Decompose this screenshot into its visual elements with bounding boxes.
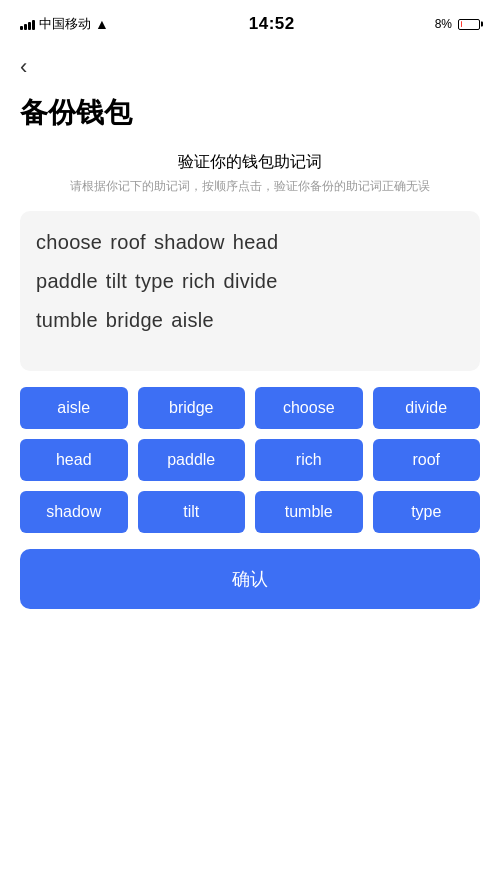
page-title: 备份钱包: [0, 86, 500, 152]
word-button-roof[interactable]: roof: [373, 439, 481, 481]
word-button-type[interactable]: type: [373, 491, 481, 533]
battery-icon: [458, 19, 480, 30]
wifi-icon: ▲: [95, 16, 109, 32]
word-button-aisle[interactable]: aisle: [20, 387, 128, 429]
display-word-tilt: tilt: [106, 270, 127, 293]
word-button-paddle[interactable]: paddle: [138, 439, 246, 481]
word-button-head[interactable]: head: [20, 439, 128, 481]
word-button-bridge[interactable]: bridge: [138, 387, 246, 429]
display-word-shadow: shadow: [154, 231, 225, 254]
display-word-bridge: bridge: [106, 309, 163, 332]
carrier-label: 中国移动: [39, 15, 91, 33]
display-word-divide: divide: [224, 270, 278, 293]
display-word-type: type: [135, 270, 174, 293]
display-word-head: head: [233, 231, 279, 254]
display-word-aisle: aisle: [171, 309, 214, 332]
word-button-divide[interactable]: divide: [373, 387, 481, 429]
back-arrow-icon: ‹: [20, 54, 27, 79]
section-description: 请根据你记下的助记词，按顺序点击，验证你备份的助记词正确无误: [0, 177, 500, 195]
word-button-choose[interactable]: choose: [255, 387, 363, 429]
word-display-row-1: choose roof shadow head: [36, 231, 464, 254]
word-buttons-section: aisle bridge choose divide head paddle r…: [20, 387, 480, 533]
display-word-rich: rich: [182, 270, 215, 293]
display-word-paddle: paddle: [36, 270, 98, 293]
display-word-tumble: tumble: [36, 309, 98, 332]
word-display-area: choose roof shadow head paddle tilt type…: [20, 211, 480, 371]
status-bar: 中国移动 ▲ 14:52 8%: [0, 0, 500, 44]
confirm-button[interactable]: 确认: [20, 549, 480, 609]
section-title: 验证你的钱包助记词: [0, 152, 500, 173]
word-display-row-3: tumble bridge aisle: [36, 309, 464, 332]
battery-percent: 8%: [435, 17, 452, 31]
word-button-tilt[interactable]: tilt: [138, 491, 246, 533]
display-word-choose: choose: [36, 231, 102, 254]
word-button-shadow[interactable]: shadow: [20, 491, 128, 533]
signal-icon: [20, 18, 35, 30]
status-time: 14:52: [249, 14, 295, 34]
status-right: 8%: [435, 17, 480, 31]
status-left: 中国移动 ▲: [20, 15, 109, 33]
section-header: 验证你的钱包助记词 请根据你记下的助记词，按顺序点击，验证你备份的助记词正确无误: [0, 152, 500, 195]
back-button[interactable]: ‹: [0, 44, 500, 86]
word-display-row-2: paddle tilt type rich divide: [36, 270, 464, 293]
display-word-roof: roof: [110, 231, 146, 254]
word-buttons-grid: aisle bridge choose divide head paddle r…: [20, 387, 480, 533]
word-button-tumble[interactable]: tumble: [255, 491, 363, 533]
confirm-section: 确认: [20, 549, 480, 609]
word-button-rich[interactable]: rich: [255, 439, 363, 481]
